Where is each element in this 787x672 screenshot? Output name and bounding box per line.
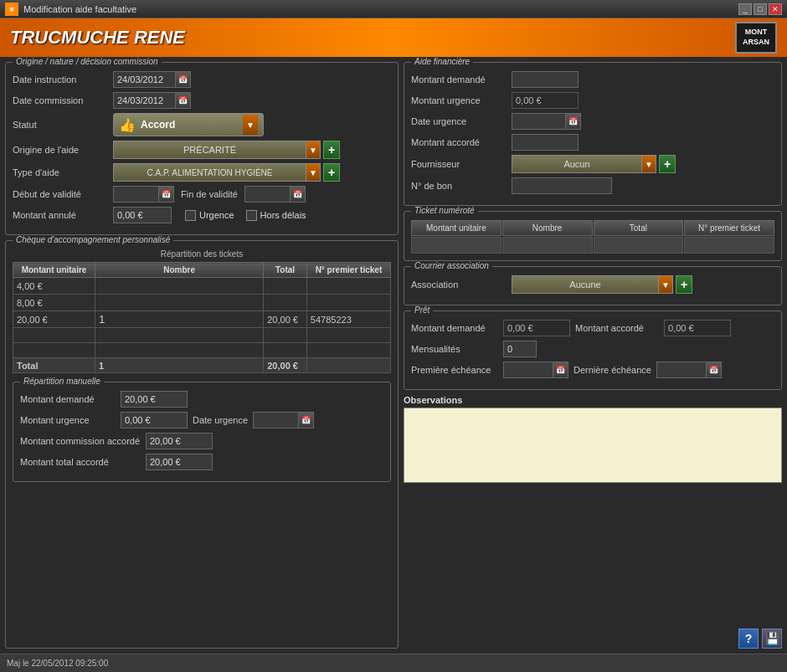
origine-aide-row: Origine de l'aide PRÉCARITÉ ▼ + — [13, 141, 391, 159]
origine-aide-arrow[interactable]: ▼ — [306, 141, 321, 159]
origine-aide-add[interactable]: + — [323, 141, 340, 159]
date-instruction-calendar[interactable]: 📅 — [176, 71, 191, 88]
cell-premier — [306, 295, 390, 311]
cell-premier — [306, 278, 390, 295]
ticket-col-premier: N° premier ticket — [684, 220, 774, 236]
af-date-urgence-calendar[interactable]: 📅 — [566, 113, 581, 130]
montant-annule-row: Montant annulé Urgence Hors délais — [13, 207, 391, 223]
af-fournisseur-add[interactable]: + — [659, 155, 676, 173]
af-fournisseur-dropdown[interactable]: Aucun — [512, 155, 641, 173]
af-montant-accorde-input[interactable] — [512, 134, 579, 151]
date-commission-calendar[interactable]: 📅 — [176, 92, 191, 109]
rep-date-urgence-calendar[interactable]: 📅 — [299, 412, 314, 428]
origine-aide-dropdown-container: PRÉCARITÉ ▼ + — [113, 141, 340, 159]
minimize-btn[interactable]: _ — [738, 3, 752, 15]
app-icon: ■ — [5, 3, 18, 16]
cheque-table: Montant unitaire Nombre Total N° premier… — [13, 262, 391, 373]
cell-nombre[interactable] — [95, 311, 264, 328]
ticket-cell-nombre[interactable] — [502, 237, 593, 254]
pret-derniere-echeance-calendar[interactable]: 📅 — [707, 362, 722, 378]
courrier-group: Courrier association Association Aucune … — [404, 266, 782, 305]
association-dropdown[interactable]: Aucune — [512, 275, 658, 294]
origine-group-title: Origine / nature / décision commission — [13, 57, 162, 66]
type-aide-arrow[interactable]: ▼ — [306, 163, 321, 182]
debut-validite-label: Début de validité — [13, 189, 113, 199]
type-aide-dropdown-container: C.A.P. ALIMENTATION HYGIÈNE ▼ + — [113, 163, 340, 182]
af-montant-urgence-input[interactable] — [512, 92, 579, 109]
association-arrow[interactable]: ▼ — [658, 275, 673, 294]
fin-validite-calendar[interactable]: 📅 — [291, 186, 306, 203]
cell-montant — [13, 343, 95, 358]
urgence-checkbox[interactable] — [185, 210, 196, 221]
bottom-buttons: ? 💾 — [404, 628, 782, 649]
rep-date-urgence-field: 📅 — [253, 412, 314, 428]
rep-montant-total-input[interactable] — [146, 454, 213, 470]
ticket-cell-montant[interactable] — [411, 237, 502, 254]
cell-nombre[interactable] — [95, 278, 264, 295]
af-montant-demande-row: Montant demandé — [411, 71, 774, 88]
cell-nombre[interactable] — [95, 295, 264, 311]
pret-montant-demande-label: Montant demandé — [411, 323, 503, 333]
ticket-col-total: Total — [594, 220, 684, 236]
date-instruction-input[interactable] — [113, 71, 176, 88]
rep-montant-commission-input[interactable] — [146, 433, 213, 449]
af-montant-urgence-row: Montant urgence — [411, 92, 774, 109]
cell-total: 20,00 € — [264, 311, 307, 328]
table-row: 4,00 € — [13, 278, 391, 295]
urgence-label: Urgence — [199, 210, 234, 220]
rep-montant-demande-input[interactable] — [121, 391, 188, 408]
statut-arrow[interactable]: ▼ — [243, 115, 258, 135]
statut-dropdown[interactable]: 👍 Accord ▼ — [113, 113, 264, 136]
col-total: Total — [264, 263, 307, 278]
maximize-btn[interactable]: □ — [754, 3, 767, 15]
courrier-group-title: Courrier association — [411, 261, 492, 270]
pret-montant-accorde-input[interactable] — [664, 320, 731, 336]
total-row: Total 1 20,00 € — [13, 358, 391, 373]
pret-derniere-echeance-label: Dernière échéance — [574, 365, 651, 375]
save-button[interactable]: 💾 — [762, 628, 782, 649]
af-date-urgence-input[interactable] — [512, 113, 566, 130]
date-commission-label: Date commission — [13, 95, 113, 105]
app-logo: MONT ARSAN — [735, 22, 777, 54]
observations-textarea[interactable] — [404, 408, 782, 483]
rep-montant-urgence-input[interactable] — [121, 412, 188, 428]
af-bon-input[interactable] — [512, 177, 612, 194]
close-btn[interactable]: ✕ — [769, 3, 782, 15]
pret-mensualites-input[interactable] — [503, 341, 537, 357]
association-row: Association Aucune ▼ + — [411, 275, 774, 294]
pret-derniere-echeance-input[interactable] — [656, 362, 707, 378]
window-controls[interactable]: _ □ ✕ — [738, 3, 782, 15]
ticket-cell-premier[interactable] — [684, 237, 774, 254]
af-montant-demande-input[interactable] — [512, 71, 579, 88]
date-instruction-label: Date instruction — [13, 74, 113, 85]
association-add[interactable]: + — [676, 275, 692, 294]
cell-total — [264, 295, 307, 311]
type-aide-add[interactable]: + — [323, 163, 340, 182]
help-button[interactable]: ? — [738, 628, 759, 649]
debut-validite-input[interactable] — [113, 186, 159, 203]
cell-total — [264, 343, 307, 358]
fin-validite-input[interactable] — [244, 186, 291, 203]
pret-montant-demande-input[interactable] — [503, 320, 570, 336]
origine-aide-dropdown[interactable]: PRÉCARITÉ — [113, 141, 306, 159]
rep-date-urgence-input[interactable] — [253, 412, 299, 428]
col-premier-ticket: N° premier ticket — [306, 263, 390, 278]
cell-premier: 54785223 — [306, 311, 390, 328]
ticket-cell-total[interactable] — [594, 237, 684, 254]
montant-annule-input[interactable] — [113, 207, 172, 223]
cell-nombre — [95, 343, 264, 358]
type-aide-dropdown[interactable]: C.A.P. ALIMENTATION HYGIÈNE — [113, 163, 306, 182]
pret-premiere-echeance-input[interactable] — [503, 362, 553, 378]
fin-validite-label: Fin de validité — [181, 189, 238, 199]
date-commission-input[interactable] — [113, 92, 176, 109]
ticket-data-row — [411, 237, 774, 254]
total-premier — [306, 358, 390, 373]
debut-validite-calendar[interactable]: 📅 — [159, 186, 174, 203]
pret-premiere-echeance-calendar[interactable]: 📅 — [553, 362, 568, 378]
type-aide-label: Type d'aide — [13, 167, 113, 177]
af-fournisseur-arrow[interactable]: ▼ — [641, 155, 656, 173]
total-nombre: 1 — [95, 358, 264, 373]
pret-mensualites-label: Mensualités — [411, 344, 503, 354]
observations-section: Observations — [404, 395, 782, 623]
hors-delais-checkbox[interactable] — [246, 210, 257, 221]
